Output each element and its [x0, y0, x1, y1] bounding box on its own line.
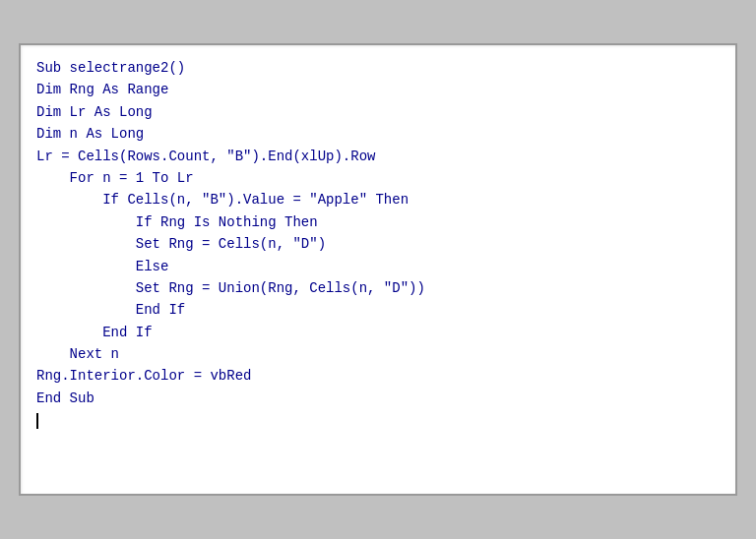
code-content: Sub selectrange2() Dim Rng As Range Dim … — [36, 57, 720, 432]
text-cursor — [36, 413, 38, 429]
code-editor: Sub selectrange2() Dim Rng As Range Dim … — [19, 43, 737, 496]
